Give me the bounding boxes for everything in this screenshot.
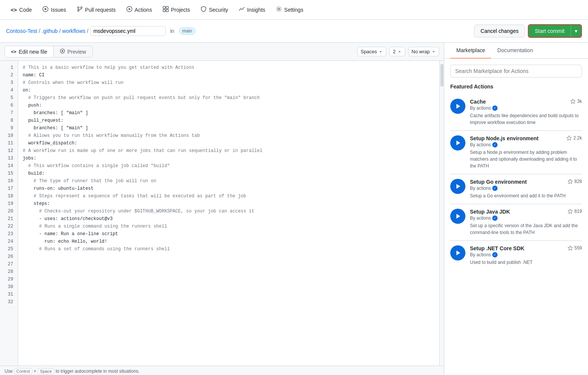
svg-point-14	[62, 50, 63, 52]
right-panel-tabs: Marketplace Documentation	[444, 43, 588, 59]
code-editor[interactable]: 1234567891011121314151617181920212223242…	[0, 61, 444, 366]
scrollbar-track[interactable]	[439, 61, 444, 366]
action-stars-cache: 3k	[570, 99, 582, 104]
action-name-cache: Cache	[470, 99, 486, 105]
nav-code-label: Code	[19, 7, 32, 13]
verified-badge-setup-go: ✓	[492, 186, 498, 191]
nav-pr-label: Pull requests	[85, 7, 116, 13]
svg-marker-18	[567, 136, 571, 140]
nav-settings[interactable]: Settings	[271, 3, 308, 16]
indent-size-select[interactable]: 2	[389, 47, 405, 56]
action-by-cache: By actions ✓	[470, 105, 582, 111]
cancel-button[interactable]: Cancel changes	[474, 25, 525, 37]
top-nav: <> Code Issues Pull requests Actions Pro…	[0, 0, 588, 20]
svg-marker-22	[568, 209, 572, 214]
editor-options: Spaces 2 No wrap	[357, 47, 439, 56]
action-by-setup-java: By actions ✓	[470, 215, 582, 221]
tab-documentation[interactable]: Documentation	[491, 43, 539, 59]
action-body-setup-dotnet: Setup .NET Core SDK 559 By actions ✓ Use…	[470, 245, 582, 266]
action-item-cache[interactable]: Cache 3k By actions ✓ Cache artifacts li…	[450, 94, 582, 131]
action-body-setup-go: Setup Go environment 828 By actions ✓ Se…	[470, 179, 582, 199]
svg-marker-23	[456, 251, 460, 256]
start-commit-button[interactable]: Start commit	[529, 25, 571, 37]
editor-tabs: <> Edit new file Preview	[5, 46, 93, 57]
security-icon	[201, 6, 207, 13]
verified-badge-setup-dotnet: ✓	[492, 252, 498, 257]
projects-icon	[163, 6, 169, 13]
svg-marker-21	[456, 214, 460, 219]
code-content[interactable]: # This is a basic workflow to help you g…	[18, 61, 439, 366]
filename-input-wrapper	[90, 26, 166, 36]
action-icon-setup-node	[450, 135, 465, 150]
svg-marker-24	[568, 246, 572, 250]
nav-actions-label: Actions	[135, 7, 152, 13]
start-commit-dropdown[interactable]: ▾	[571, 25, 581, 37]
svg-point-2	[78, 7, 79, 8]
nav-projects-label: Projects	[171, 7, 190, 13]
verified-badge-setup-node: ✓	[492, 142, 498, 147]
action-icon-setup-java	[450, 209, 465, 224]
scrollbar-thumb[interactable]	[440, 64, 443, 87]
svg-rect-9	[166, 6, 168, 9]
action-icon-setup-dotnet	[450, 245, 465, 260]
svg-point-4	[81, 7, 82, 8]
nav-pull-requests[interactable]: Pull requests	[72, 3, 120, 16]
edit-icon: <>	[11, 49, 16, 54]
svg-marker-7	[129, 8, 131, 10]
action-item-setup-dotnet[interactable]: Setup .NET Core SDK 559 By actions ✓ Use…	[450, 241, 582, 270]
svg-point-1	[45, 8, 47, 10]
editor-toolbar: <> Edit new file Preview Spaces 2	[0, 43, 444, 61]
tab-edit-new-file[interactable]: <> Edit new file	[5, 46, 54, 57]
action-item-setup-node[interactable]: Setup Node.js environment 2.2k By action…	[450, 131, 582, 174]
editor-panel: <> Edit new file Preview Spaces 2	[0, 43, 444, 375]
action-desc-cache: Cache artifacts like dependencies and bu…	[470, 112, 582, 126]
svg-marker-15	[456, 104, 460, 109]
action-stars-setup-java: 819	[568, 209, 582, 214]
start-commit-button-group: Start commit ▾	[528, 24, 582, 38]
action-desc-setup-go: Setup a Go environment and add it to the…	[470, 192, 582, 199]
action-stars-setup-node: 2.2k	[566, 135, 582, 141]
space-key: Space	[38, 368, 54, 374]
breadcrumb-repo[interactable]: Contoso-Test	[6, 28, 37, 34]
nav-projects[interactable]: Projects	[158, 3, 195, 16]
action-desc-setup-java: Set up a specific version of the Java JD…	[470, 222, 582, 236]
nav-security[interactable]: Security	[196, 3, 233, 16]
action-stars-setup-go: 828	[568, 179, 582, 184]
svg-rect-8	[163, 6, 165, 9]
filename-input[interactable]	[90, 26, 166, 36]
wrap-select[interactable]: No wrap	[408, 47, 439, 56]
nav-actions[interactable]: Actions	[122, 3, 157, 16]
action-stars-setup-dotnet: 559	[568, 245, 582, 251]
action-name-setup-go: Setup Go environment	[470, 179, 527, 185]
breadcrumb-github[interactable]: .github	[42, 28, 58, 34]
main-content: <> Edit new file Preview Spaces 2	[0, 43, 588, 375]
code-icon: <>	[11, 7, 17, 13]
nav-insights-label: Insights	[247, 7, 265, 13]
featured-actions-title: Featured Actions	[450, 84, 582, 90]
action-by-setup-node: By actions ✓	[470, 142, 582, 147]
nav-insights[interactable]: Insights	[234, 3, 270, 16]
action-name-setup-dotnet: Setup .NET Core SDK	[470, 245, 524, 251]
preview-icon	[60, 48, 65, 55]
svg-rect-10	[163, 9, 165, 12]
breadcrumb: Contoso-Test / .github / workflows / in …	[6, 26, 196, 36]
breadcrumb-workflows[interactable]: workflows	[62, 28, 85, 34]
action-by-setup-dotnet: By actions ✓	[470, 252, 582, 257]
action-name-setup-node: Setup Node.js environment	[470, 135, 538, 141]
tab-marketplace[interactable]: Marketplace	[450, 43, 491, 59]
control-key: Control	[14, 368, 32, 374]
nav-issues[interactable]: Issues	[38, 3, 70, 16]
svg-marker-17	[456, 141, 460, 146]
settings-icon	[276, 6, 282, 13]
marketplace-search-input[interactable]	[450, 65, 582, 77]
tab-preview[interactable]: Preview	[53, 46, 93, 57]
indent-type-select[interactable]: Spaces	[357, 47, 386, 56]
action-item-setup-go[interactable]: Setup Go environment 828 By actions ✓ Se…	[450, 174, 582, 204]
action-icon-cache	[450, 99, 465, 114]
nav-code[interactable]: <> Code	[6, 4, 36, 16]
actions-list: Cache 3k By actions ✓ Cache artifacts li…	[450, 94, 582, 270]
pull-request-icon	[77, 6, 83, 13]
nav-settings-label: Settings	[284, 7, 303, 13]
action-item-setup-java[interactable]: Setup Java JDK 819 By actions ✓ Set up a…	[450, 204, 582, 241]
editor-footer: Use Control + Space to trigger autocompl…	[0, 366, 444, 375]
